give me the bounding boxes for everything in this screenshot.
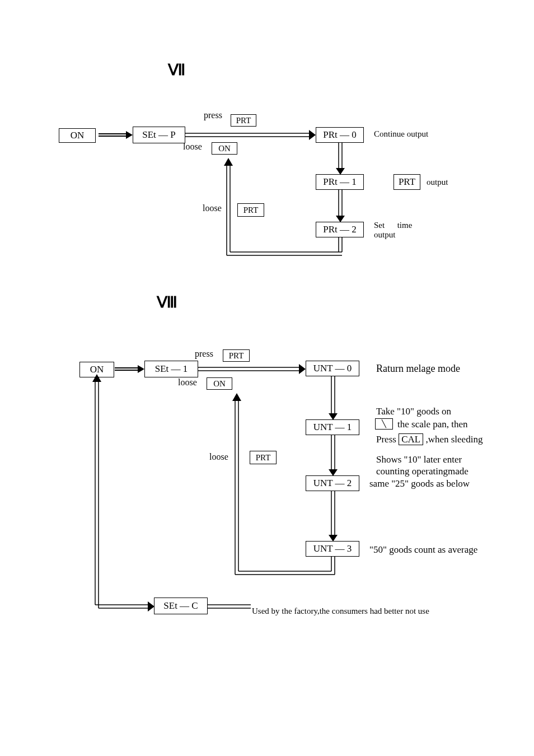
arrows-layer	[0, 0, 534, 756]
d7-continue-output-label: Continue output	[374, 129, 428, 139]
d8-prt-button-1: PRT	[223, 349, 250, 362]
d8-set-1-box: SEt — 1	[144, 361, 198, 377]
d8-unt0-box: UNT — 0	[306, 361, 359, 376]
d8-desc0: Raturn melage mode	[376, 363, 460, 375]
d8-on-button: ON	[207, 377, 232, 390]
d8-desc2: same "25" goods as below	[369, 478, 470, 489]
d7-prt1-box: PRt — 1	[316, 174, 364, 190]
d7-prt-button-2: PRT	[237, 203, 264, 217]
d7-prt-button-1: PRT	[231, 114, 256, 127]
d8-loose-label-2: loose	[209, 452, 228, 462]
d7-prt0-box: PRt — 0	[316, 127, 364, 143]
d7-loose-label-1: loose	[183, 142, 202, 152]
d8-slash-box: ╲	[375, 418, 393, 430]
cal-box: CAL	[399, 433, 423, 445]
d7-set-p-box: SEt — P	[133, 127, 185, 143]
heading-seven: Ⅶ	[168, 60, 185, 79]
d8-desc1c: Press CAL ,when sleeding	[376, 434, 483, 445]
d8-set-c-box: SEt — C	[154, 598, 208, 614]
d7-prt2-box: PRt — 2	[316, 222, 364, 237]
d7-set-time-label: Set time output	[374, 221, 412, 240]
heading-eight: Ⅷ	[157, 293, 177, 311]
d7-prt-out-box: PRT	[394, 174, 420, 190]
d8-desc1a: Take "10" goods on	[376, 406, 451, 417]
d8-desc1e: counting operatingmade	[376, 466, 469, 477]
d7-on-button: ON	[212, 142, 237, 155]
d8-prt-button-2: PRT	[250, 451, 277, 464]
d8-unt3-box: UNT — 3	[306, 541, 359, 557]
d7-loose-label-2: loose	[203, 203, 222, 213]
d8-press-label: press	[195, 349, 213, 359]
d8-unt1-box: UNT — 1	[306, 419, 359, 435]
d8-set-c-desc: Used by the factory,the consumers had be…	[252, 606, 429, 616]
d8-desc1d: Shows "10" later enter	[376, 454, 462, 465]
d7-output-label: output	[427, 178, 448, 187]
d8-unt2-box: UNT — 2	[306, 475, 359, 491]
d8-desc3: "50" goods count as average	[369, 544, 477, 556]
d7-press-label: press	[204, 110, 222, 120]
d7-on-box: ON	[59, 128, 96, 143]
d8-loose-label-1: loose	[178, 377, 197, 388]
d8-on-box: ON	[79, 362, 114, 377]
d8-desc1b: the scale pan, then	[397, 419, 468, 430]
